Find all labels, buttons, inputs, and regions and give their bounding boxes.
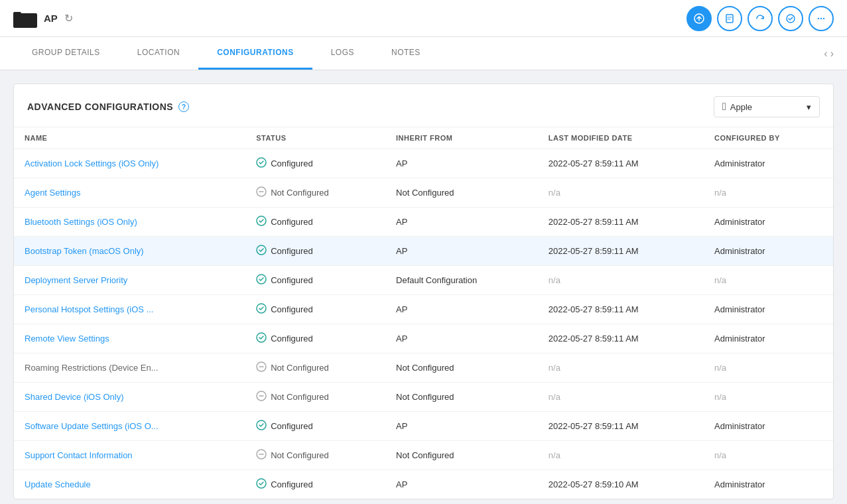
table-row: Support Contact Information Not Configur… (14, 441, 833, 470)
main-content: ADVANCED CONFIGURATIONS ?  Apple ▾ NAME… (0, 70, 847, 504)
config-name-link[interactable]: Deployment Server Priority (25, 275, 127, 285)
svg-rect-4 (726, 15, 733, 23)
svg-point-6 (818, 17, 819, 19)
help-icon[interactable]: ? (178, 101, 189, 112)
inherit-from-cell: Not Configured (385, 178, 538, 208)
inherit-from-cell: Default Configuration (385, 266, 538, 295)
col-inherit-from: INHERIT FROM (385, 127, 538, 149)
last-modified-cell: 2022-05-27 8:59:11 AM (538, 237, 704, 266)
configured-by-cell: Administrator (704, 149, 833, 178)
svg-rect-2 (13, 12, 21, 16)
ap-label: AP (44, 13, 58, 24)
apple-selector-label: Apple (730, 102, 752, 112)
last-modified-cell: 2022-05-27 8:59:11 AM (538, 412, 704, 441)
table-row: Remote View Settings ConfiguredAP2022-05… (14, 324, 833, 353)
configurations-card: ADVANCED CONFIGURATIONS ?  Apple ▾ NAME… (13, 84, 834, 499)
table-row: Bluetooth Settings (iOS Only) Configured… (14, 208, 833, 237)
refresh-icon[interactable]: ↻ (64, 12, 73, 25)
config-name-link[interactable]: Personal Hotspot Settings (iOS ... (25, 304, 153, 314)
table-row: Personal Hotspot Settings (iOS ... Confi… (14, 295, 833, 324)
card-title-text: ADVANCED CONFIGURATIONS (27, 101, 173, 112)
check-circle-icon (256, 303, 267, 316)
configured-by-cell: Administrator (704, 412, 833, 441)
dash-circle-icon (256, 361, 267, 374)
check-button[interactable] (778, 6, 803, 31)
col-name: NAME (14, 127, 245, 149)
tab-configurations[interactable]: CONFIGURATIONS (198, 37, 312, 70)
table-row: Update Schedule ConfiguredAP2022-05-27 8… (14, 470, 833, 499)
status-badge: Configured (256, 216, 375, 228)
configured-by-cell: n/a (704, 178, 833, 208)
col-status: STATUS (245, 127, 385, 149)
last-modified-cell: 2022-05-27 8:59:11 AM (538, 295, 704, 324)
status-badge: Configured (256, 274, 375, 286)
configured-by-cell: n/a (704, 383, 833, 412)
tab-logs[interactable]: LOGS (312, 37, 373, 70)
more-button[interactable] (809, 6, 834, 31)
table-row: Shared Device (iOS Only) Not ConfiguredN… (14, 383, 833, 412)
tab-location[interactable]: LOCATION (119, 37, 198, 70)
last-modified-cell: 2022-05-27 8:59:11 AM (538, 149, 704, 178)
inherit-from-cell: AP (385, 208, 538, 237)
config-name-link[interactable]: Shared Device (iOS Only) (25, 392, 124, 402)
config-name-link[interactable]: Agent Settings (25, 188, 81, 198)
configured-by-cell: Administrator (704, 208, 833, 237)
apple-logo-icon:  (722, 101, 726, 113)
inherit-from-cell: Not Configured (385, 441, 538, 470)
status-badge: Not Configured (256, 391, 375, 403)
status-badge: Not Configured (256, 361, 375, 374)
check-circle-icon (256, 157, 267, 170)
sync-button[interactable] (748, 6, 773, 31)
status-badge: Configured (256, 478, 375, 491)
top-bar: AP ↻ (0, 0, 847, 37)
dash-circle-icon (256, 186, 267, 199)
svg-point-7 (820, 17, 822, 19)
upload-button[interactable] (686, 6, 712, 31)
report-button[interactable] (717, 6, 742, 31)
config-name-link[interactable]: Software Update Settings (iOS O... (25, 421, 159, 431)
folder-icon (13, 9, 37, 28)
check-circle-icon (256, 332, 267, 345)
config-name-link[interactable]: Remote View Settings (25, 334, 109, 344)
last-modified-cell: n/a (538, 353, 704, 383)
config-name-link[interactable]: Update Schedule (25, 479, 91, 489)
configured-by-cell: n/a (704, 441, 833, 470)
status-badge: Configured (256, 332, 375, 345)
tab-group-details[interactable]: GROUP DETAILS (13, 37, 119, 70)
tab-prev-arrow[interactable]: ‹ (824, 48, 827, 60)
configured-by-cell: Administrator (704, 470, 833, 499)
status-badge: Not Configured (256, 186, 375, 199)
config-name-link[interactable]: Activation Lock Settings (iOS Only) (25, 158, 159, 168)
configured-by-cell: Administrator (704, 237, 833, 266)
col-configured-by: CONFIGURED BY (704, 127, 833, 149)
configured-by-cell: Administrator (704, 295, 833, 324)
inherit-from-cell: AP (385, 412, 538, 441)
table-row: Bootstrap Token (macOS Only) ConfiguredA… (14, 237, 833, 266)
inherit-from-cell: Not Configured (385, 383, 538, 412)
last-modified-cell: n/a (538, 178, 704, 208)
last-modified-cell: n/a (538, 266, 704, 295)
last-modified-cell: 2022-05-27 8:59:11 AM (538, 208, 704, 237)
chevron-down-icon: ▾ (807, 102, 811, 112)
status-badge: Configured (256, 157, 375, 170)
card-title: ADVANCED CONFIGURATIONS ? (27, 101, 189, 112)
tab-notes[interactable]: NOTES (373, 37, 439, 70)
check-circle-icon (256, 216, 267, 228)
apple-selector[interactable]:  Apple ▾ (714, 96, 820, 117)
config-name-link[interactable]: Bluetooth Settings (iOS Only) (25, 217, 137, 227)
check-circle-icon (256, 478, 267, 491)
last-modified-cell: n/a (538, 383, 704, 412)
table-row: Activation Lock Settings (iOS Only) Conf… (14, 149, 833, 178)
check-circle-icon (256, 245, 267, 257)
tab-next-arrow[interactable]: › (830, 48, 834, 60)
last-modified-cell: n/a (538, 441, 704, 470)
dash-circle-icon (256, 449, 267, 462)
table-row: Roaming Restrictions (Device En... Not C… (14, 353, 833, 383)
dash-circle-icon (256, 391, 267, 403)
last-modified-cell: 2022-05-27 8:59:11 AM (538, 324, 704, 353)
configurations-table: NAME STATUS INHERIT FROM LAST MODIFIED D… (14, 127, 833, 499)
inherit-from-cell: AP (385, 149, 538, 178)
status-badge: Not Configured (256, 449, 375, 462)
config-name-link[interactable]: Support Contact Information (25, 450, 133, 460)
config-name-link[interactable]: Bootstrap Token (macOS Only) (25, 246, 144, 256)
